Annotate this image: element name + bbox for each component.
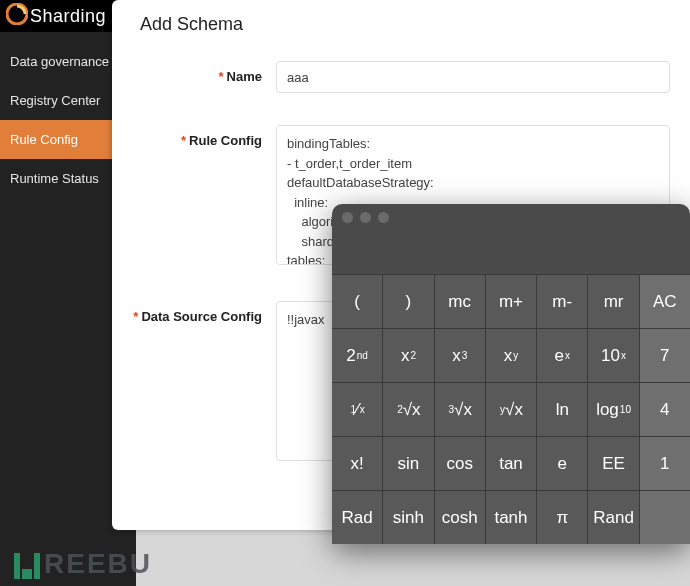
calc-key[interactable]: Rand — [588, 490, 639, 544]
calculator-titlebar[interactable] — [332, 204, 690, 230]
calc-key[interactable]: EE — [588, 436, 639, 490]
calc-key[interactable]: cosh — [435, 490, 486, 544]
calculator-display — [332, 230, 690, 274]
calc-key[interactable]: 2√x — [383, 382, 434, 436]
calc-key[interactable]: x2 — [383, 328, 434, 382]
watermark: REEBU — [14, 548, 152, 580]
calc-key[interactable]: x3 — [435, 328, 486, 382]
calc-key[interactable]: x! — [332, 436, 383, 490]
calc-key[interactable]: cos — [435, 436, 486, 490]
calc-key[interactable]: log10 — [588, 382, 639, 436]
label-data-source-config: *Data Source Config — [112, 301, 276, 324]
logo-text: Sharding — [30, 6, 106, 27]
calc-key[interactable]: ) — [383, 274, 434, 328]
label-rule-config: *Rule Config — [112, 125, 276, 148]
calc-key[interactable] — [640, 490, 690, 544]
window-minimize-icon[interactable] — [360, 212, 371, 223]
calc-key[interactable]: ( — [332, 274, 383, 328]
watermark-text: REEBU — [44, 548, 152, 580]
window-zoom-icon[interactable] — [378, 212, 389, 223]
calc-key[interactable]: 1 — [640, 436, 690, 490]
row-name: *Name — [112, 61, 690, 93]
calc-key[interactable]: sin — [383, 436, 434, 490]
calc-key[interactable]: e — [537, 436, 588, 490]
calc-key[interactable]: 10x — [588, 328, 639, 382]
calculator-keys: ()mcm+m-mrAC2ndx2x3xyex10x71⁄x2√x3√xy√xl… — [332, 274, 690, 544]
calc-key[interactable]: m- — [537, 274, 588, 328]
calc-key[interactable]: tanh — [486, 490, 537, 544]
calc-key[interactable]: π — [537, 490, 588, 544]
calc-key[interactable]: tan — [486, 436, 537, 490]
calc-key[interactable]: AC — [640, 274, 690, 328]
calc-key[interactable]: 4 — [640, 382, 690, 436]
calc-key[interactable]: ln — [537, 382, 588, 436]
logo-icon — [6, 3, 28, 29]
window-close-icon[interactable] — [342, 212, 353, 223]
name-input[interactable] — [276, 61, 670, 93]
calc-key[interactable]: m+ — [486, 274, 537, 328]
calc-key[interactable]: 3√x — [435, 382, 486, 436]
watermark-icon — [14, 549, 40, 579]
calc-key[interactable]: xy — [486, 328, 537, 382]
calc-key[interactable]: ex — [537, 328, 588, 382]
calc-key[interactable]: mr — [588, 274, 639, 328]
label-name: *Name — [112, 61, 276, 84]
calculator-window[interactable]: ()mcm+m-mrAC2ndx2x3xyex10x71⁄x2√x3√xy√xl… — [332, 204, 690, 544]
calc-key[interactable]: 7 — [640, 328, 690, 382]
calc-key[interactable]: sinh — [383, 490, 434, 544]
calc-key[interactable]: 1⁄x — [332, 382, 383, 436]
calc-key[interactable]: mc — [435, 274, 486, 328]
page-title: Add Schema — [112, 0, 690, 61]
calc-key[interactable]: y√x — [486, 382, 537, 436]
calc-key[interactable]: Rad — [332, 490, 383, 544]
calc-key[interactable]: 2nd — [332, 328, 383, 382]
